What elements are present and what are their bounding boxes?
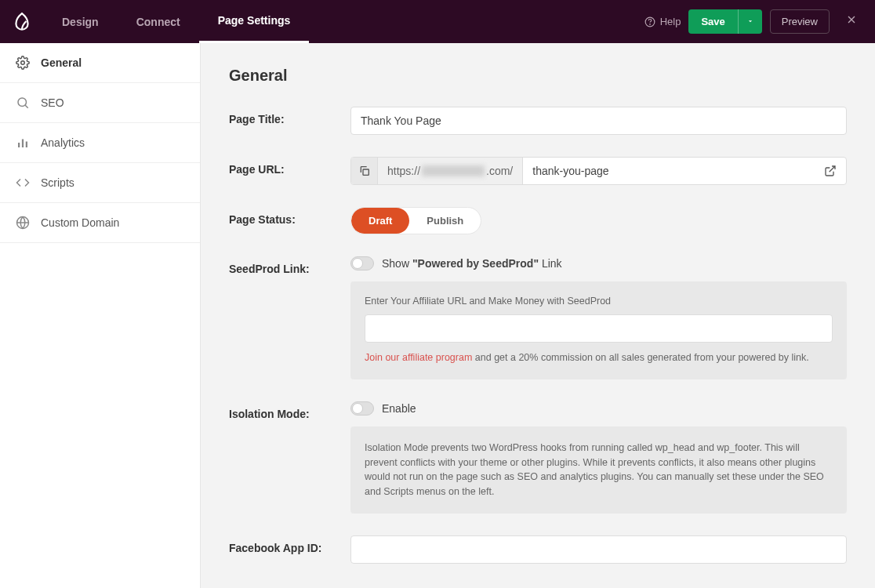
svg-rect-4 bbox=[18, 143, 20, 147]
url-domain-blurred bbox=[422, 165, 485, 176]
row-page-url: Page URL: https://.com/ bbox=[229, 157, 847, 185]
svg-rect-5 bbox=[22, 140, 24, 148]
toggle-isolation-mode[interactable] bbox=[350, 401, 374, 416]
topbar-right: Help Save Preview bbox=[644, 7, 875, 36]
affiliate-box-label: Enter Your Affiliate URL and Make Money … bbox=[365, 296, 833, 307]
save-dropdown-button[interactable] bbox=[738, 9, 762, 34]
copy-icon bbox=[358, 165, 371, 177]
help-link[interactable]: Help bbox=[644, 16, 681, 27]
url-base: https://.com/ bbox=[378, 158, 523, 184]
sidebar-label-custom-domain: Custom Domain bbox=[41, 216, 119, 229]
section-title: General bbox=[229, 67, 847, 85]
topnav-connect[interactable]: Connect bbox=[118, 0, 199, 43]
help-label: Help bbox=[660, 16, 681, 27]
main-content: General Page Title: Page URL: https://.c… bbox=[201, 43, 875, 588]
toggle-seedprod-label: Show "Powered by SeedProd" Link bbox=[382, 257, 562, 270]
topnav-page-settings[interactable]: Page Settings bbox=[199, 0, 310, 43]
chevron-down-icon bbox=[746, 17, 754, 25]
preview-button[interactable]: Preview bbox=[770, 9, 830, 34]
logo bbox=[0, 0, 43, 43]
svg-point-3 bbox=[18, 98, 27, 107]
save-button[interactable]: Save bbox=[688, 9, 737, 34]
sidebar-item-custom-domain[interactable]: Custom Domain bbox=[0, 203, 200, 243]
row-page-status: Page Status: Draft Publish bbox=[229, 207, 847, 234]
external-link-icon bbox=[824, 165, 837, 177]
sidebar-item-seo[interactable]: SEO bbox=[0, 83, 200, 123]
topnav-design[interactable]: Design bbox=[43, 0, 118, 43]
input-affiliate-url[interactable] bbox=[365, 314, 833, 343]
copy-url-button[interactable] bbox=[351, 158, 378, 184]
sidebar-label-general: General bbox=[41, 56, 82, 69]
save-button-group: Save bbox=[688, 9, 761, 34]
topnav: Design Connect Page Settings bbox=[43, 0, 309, 43]
svg-rect-6 bbox=[26, 142, 27, 148]
svg-point-2 bbox=[21, 61, 25, 65]
code-icon bbox=[16, 176, 30, 190]
topbar: Design Connect Page Settings Help Save P… bbox=[0, 0, 875, 43]
status-publish[interactable]: Publish bbox=[409, 208, 481, 234]
status-draft[interactable]: Draft bbox=[351, 208, 409, 234]
search-icon bbox=[16, 96, 30, 110]
label-isolation-mode: Isolation Mode: bbox=[229, 401, 350, 420]
label-page-status: Page Status: bbox=[229, 207, 350, 226]
input-url-slug[interactable] bbox=[523, 158, 815, 184]
sidebar-item-scripts[interactable]: Scripts bbox=[0, 163, 200, 203]
row-isolation-mode: Isolation Mode: Enable Isolation Mode pr… bbox=[229, 401, 847, 514]
open-url-button[interactable] bbox=[815, 158, 846, 184]
sidebar-label-analytics: Analytics bbox=[41, 136, 85, 149]
url-group: https://.com/ bbox=[350, 157, 847, 185]
row-page-title: Page Title: bbox=[229, 107, 847, 135]
help-icon bbox=[644, 16, 655, 27]
row-facebook-app-id: Facebook App ID: bbox=[229, 535, 847, 564]
affiliate-box: Enter Your Affiliate URL and Make Money … bbox=[350, 281, 847, 379]
sidebar-label-scripts: Scripts bbox=[41, 176, 74, 189]
row-seedprod-link: SeedProd Link: Show "Powered by SeedProd… bbox=[229, 256, 847, 379]
affiliate-help-text: Join our affiliate program and get a 20%… bbox=[365, 350, 833, 365]
label-seedprod-link: SeedProd Link: bbox=[229, 256, 350, 275]
svg-rect-8 bbox=[363, 169, 369, 175]
status-toggle: Draft Publish bbox=[350, 207, 481, 234]
close-button[interactable] bbox=[837, 7, 866, 36]
isolation-info-box: Isolation Mode prevents two WordPress ho… bbox=[350, 426, 847, 514]
toggle-isolation-label: Enable bbox=[382, 402, 416, 415]
toggle-seedprod-link[interactable] bbox=[350, 256, 374, 270]
input-facebook-app-id[interactable] bbox=[350, 535, 847, 564]
sidebar-item-general[interactable]: General bbox=[0, 43, 200, 83]
chart-icon bbox=[16, 136, 30, 150]
sidebar-label-seo: SEO bbox=[41, 96, 64, 109]
input-page-title[interactable] bbox=[350, 107, 847, 135]
globe-icon bbox=[16, 216, 30, 230]
affiliate-program-link[interactable]: Join our affiliate program bbox=[365, 352, 472, 363]
sidebar-item-analytics[interactable]: Analytics bbox=[0, 123, 200, 163]
label-page-url: Page URL: bbox=[229, 157, 350, 176]
label-facebook-app-id: Facebook App ID: bbox=[229, 535, 350, 554]
svg-point-1 bbox=[649, 24, 650, 24]
close-icon bbox=[845, 13, 858, 26]
gear-icon bbox=[16, 56, 30, 70]
isolation-description: Isolation Mode prevents two WordPress ho… bbox=[365, 441, 833, 499]
label-page-title: Page Title: bbox=[229, 107, 350, 125]
sidebar: General SEO Analytics Scripts Custom Dom… bbox=[0, 43, 201, 588]
